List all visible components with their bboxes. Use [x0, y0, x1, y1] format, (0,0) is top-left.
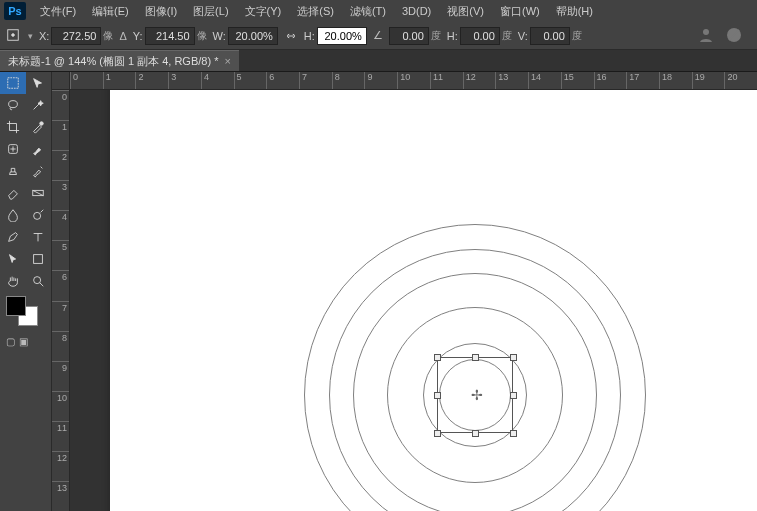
- document-tab-bar: 未标题-1 @ 144% (椭圆 1 副本 4, RGB/8) * ×: [0, 50, 757, 72]
- horizontal-ruler[interactable]: 01234567891011121314151617181920: [70, 72, 757, 90]
- ruler-tick: 7: [52, 301, 69, 331]
- menu-window[interactable]: 窗口(W): [492, 1, 548, 22]
- path-select-icon[interactable]: [0, 248, 26, 270]
- ruler-tick: 18: [659, 72, 692, 89]
- chevron-down-icon[interactable]: ▾: [28, 31, 33, 41]
- cancel-icon[interactable]: [725, 26, 743, 46]
- transform-handle[interactable]: [510, 354, 517, 361]
- skew-v-field[interactable]: [530, 27, 570, 45]
- menu-select[interactable]: 选择(S): [289, 1, 342, 22]
- ruler-tick: 4: [201, 72, 234, 89]
- delta-icon[interactable]: Δ: [119, 30, 126, 42]
- crop-icon[interactable]: [0, 116, 26, 138]
- ruler-tick: 10: [52, 391, 69, 421]
- ruler-corner: [52, 72, 70, 90]
- skew-h-label: H:: [447, 30, 458, 42]
- toolbox: ▢ ▣: [0, 72, 52, 511]
- transform-handle[interactable]: [434, 430, 441, 437]
- foreground-swatch[interactable]: [6, 296, 26, 316]
- w-field[interactable]: [228, 27, 278, 45]
- ruler-tick: 5: [234, 72, 267, 89]
- eraser-icon[interactable]: [0, 182, 26, 204]
- y-label: Y:: [133, 30, 143, 42]
- ruler-tick: 11: [52, 421, 69, 451]
- document-tab-title: 未标题-1 @ 144% (椭圆 1 副本 4, RGB/8) *: [8, 54, 218, 69]
- pen-icon[interactable]: [0, 226, 26, 248]
- lasso-icon[interactable]: [0, 94, 26, 116]
- blur-icon[interactable]: [0, 204, 26, 226]
- menu-file[interactable]: 文件(F): [32, 1, 84, 22]
- menu-help[interactable]: 帮助(H): [548, 1, 601, 22]
- close-icon[interactable]: ×: [224, 55, 230, 67]
- artboard[interactable]: ✢: [110, 90, 757, 511]
- screenmode-icon[interactable]: ▣: [19, 336, 28, 347]
- brush-icon[interactable]: [26, 138, 52, 160]
- canvas-viewport[interactable]: ✢: [70, 90, 757, 511]
- skew-h-field[interactable]: [460, 27, 500, 45]
- quickmask-icon[interactable]: ▢: [6, 336, 15, 347]
- hand-icon[interactable]: [0, 270, 26, 292]
- x-field[interactable]: [51, 27, 101, 45]
- ruler-tick: 8: [52, 331, 69, 361]
- gradient-icon[interactable]: [26, 182, 52, 204]
- app-logo: Ps: [4, 2, 26, 20]
- document-tab[interactable]: 未标题-1 @ 144% (椭圆 1 副本 4, RGB/8) * ×: [0, 50, 239, 71]
- svg-point-1: [12, 33, 15, 36]
- skew-h-unit: 度: [502, 29, 512, 43]
- eyedropper-icon[interactable]: [26, 116, 52, 138]
- menu-layer[interactable]: 图层(L): [185, 1, 236, 22]
- transform-center-icon[interactable]: ✢: [471, 387, 483, 403]
- rect-marquee-icon[interactable]: [0, 72, 26, 94]
- magic-wand-icon[interactable]: [26, 94, 52, 116]
- ruler-tick: 3: [52, 180, 69, 210]
- color-swatches[interactable]: [4, 296, 47, 332]
- ruler-tick: 19: [692, 72, 725, 89]
- y-unit: 像: [197, 29, 207, 43]
- ruler-tick: 13: [52, 481, 69, 511]
- user-icon[interactable]: [697, 26, 715, 46]
- ruler-tick: 14: [528, 72, 561, 89]
- move-icon[interactable]: [26, 72, 52, 94]
- svg-rect-11: [34, 255, 43, 264]
- transform-handle[interactable]: [434, 354, 441, 361]
- zoom-icon[interactable]: [26, 270, 52, 292]
- ruler-tick: 3: [168, 72, 201, 89]
- menu-filter[interactable]: 滤镜(T): [342, 1, 394, 22]
- ruler-tick: 15: [561, 72, 594, 89]
- menu-bar: Ps 文件(F) 编辑(E) 图像(I) 图层(L) 文字(Y) 选择(S) 滤…: [0, 0, 757, 22]
- ruler-tick: 8: [332, 72, 365, 89]
- vertical-ruler[interactable]: 012345678910111213: [52, 90, 70, 511]
- menu-edit[interactable]: 编辑(E): [84, 1, 137, 22]
- h-field[interactable]: [317, 27, 367, 45]
- transform-handle[interactable]: [472, 354, 479, 361]
- transform-bounding-box[interactable]: ✢: [437, 357, 513, 433]
- h-label: H:: [304, 30, 315, 42]
- type-icon[interactable]: [26, 226, 52, 248]
- transform-handle[interactable]: [472, 430, 479, 437]
- reference-point-icon[interactable]: [6, 28, 22, 44]
- ruler-tick: 20: [724, 72, 757, 89]
- svg-point-12: [34, 277, 41, 284]
- dodge-icon[interactable]: [26, 204, 52, 226]
- ruler-tick: 2: [135, 72, 168, 89]
- menu-view[interactable]: 视图(V): [439, 1, 492, 22]
- y-field[interactable]: [145, 27, 195, 45]
- skew-v-unit: 度: [572, 29, 582, 43]
- clone-stamp-icon[interactable]: [0, 160, 26, 182]
- menu-3d[interactable]: 3D(D): [394, 2, 439, 20]
- history-brush-icon[interactable]: [26, 160, 52, 182]
- angle-unit: 度: [431, 29, 441, 43]
- healing-brush-icon[interactable]: [0, 138, 26, 160]
- ruler-tick: 6: [266, 72, 299, 89]
- menu-type[interactable]: 文字(Y): [237, 1, 290, 22]
- transform-handle[interactable]: [510, 392, 517, 399]
- transform-handle[interactable]: [434, 392, 441, 399]
- ruler-tick: 13: [495, 72, 528, 89]
- transform-handle[interactable]: [510, 430, 517, 437]
- link-icon[interactable]: [284, 29, 298, 43]
- shape-icon[interactable]: [26, 248, 52, 270]
- ruler-tick: 2: [52, 150, 69, 180]
- menu-image[interactable]: 图像(I): [137, 1, 185, 22]
- ruler-tick: 12: [463, 72, 496, 89]
- angle-field[interactable]: [389, 27, 429, 45]
